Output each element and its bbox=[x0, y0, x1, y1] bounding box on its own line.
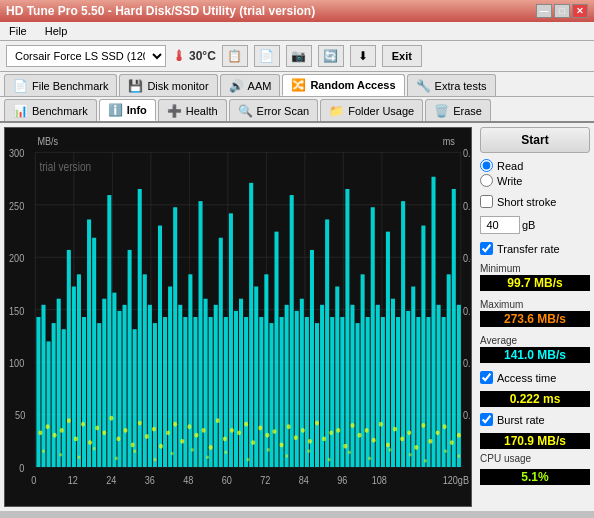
tab-disk-monitor[interactable]: 💾 Disk monitor bbox=[119, 74, 217, 96]
svg-point-193 bbox=[93, 447, 96, 451]
svg-rect-121 bbox=[416, 317, 420, 467]
svg-point-195 bbox=[133, 449, 136, 453]
tab-file-benchmark[interactable]: 📄 File Benchmark bbox=[4, 74, 117, 96]
read-radio[interactable] bbox=[480, 159, 493, 172]
svg-point-181 bbox=[400, 436, 404, 441]
svg-point-147 bbox=[159, 444, 163, 449]
svg-point-178 bbox=[379, 422, 383, 427]
svg-point-137 bbox=[88, 440, 92, 445]
close-button[interactable]: ✕ bbox=[572, 4, 588, 18]
svg-point-182 bbox=[407, 430, 411, 435]
svg-rect-78 bbox=[198, 201, 202, 467]
health-icon: ➕ bbox=[167, 104, 182, 118]
error-scan-icon: 🔍 bbox=[238, 104, 253, 118]
short-stroke-checkbox[interactable] bbox=[480, 195, 493, 208]
tab-error-scan[interactable]: 🔍 Error Scan bbox=[229, 99, 319, 121]
svg-text:36: 36 bbox=[145, 474, 155, 486]
svg-text:0.10: 0.10 bbox=[463, 410, 471, 422]
svg-point-149 bbox=[173, 422, 177, 427]
start-button[interactable]: Start bbox=[480, 127, 590, 153]
svg-rect-77 bbox=[193, 317, 197, 467]
svg-text:trial version: trial version bbox=[39, 160, 91, 173]
svg-text:50: 50 bbox=[15, 410, 25, 422]
svg-rect-91 bbox=[264, 274, 268, 467]
svg-point-174 bbox=[350, 423, 354, 428]
svg-point-175 bbox=[358, 433, 362, 438]
toolbar-btn-4[interactable]: 🔄 bbox=[318, 45, 344, 67]
svg-point-156 bbox=[223, 436, 227, 441]
cpu-usage-value: 5.1% bbox=[480, 469, 590, 485]
toolbar-btn-5[interactable]: ⬇ bbox=[350, 45, 376, 67]
svg-point-207 bbox=[368, 457, 371, 461]
svg-rect-125 bbox=[437, 305, 441, 467]
temperature-value: 30°C bbox=[189, 49, 216, 63]
toolbar-btn-1[interactable]: 📋 bbox=[222, 45, 248, 67]
svg-point-165 bbox=[287, 424, 291, 429]
transfer-rate-checkbox[interactable] bbox=[480, 242, 493, 255]
burst-rate-checkbox[interactable] bbox=[480, 413, 493, 426]
svg-rect-129 bbox=[457, 305, 461, 467]
tab-info[interactable]: ℹ️ Info bbox=[99, 99, 156, 121]
tab-extra-tests[interactable]: 🔧 Extra tests bbox=[407, 74, 496, 96]
svg-text:24: 24 bbox=[106, 474, 116, 486]
maximize-button[interactable]: □ bbox=[554, 4, 570, 18]
svg-point-139 bbox=[102, 430, 106, 435]
average-value: 141.0 MB/s bbox=[480, 347, 590, 363]
svg-point-158 bbox=[237, 430, 241, 435]
svg-rect-69 bbox=[153, 323, 157, 467]
write-radio[interactable] bbox=[480, 174, 493, 187]
svg-rect-106 bbox=[340, 317, 344, 467]
svg-point-183 bbox=[414, 445, 418, 450]
svg-point-160 bbox=[251, 440, 255, 445]
main-content: 300 250 200 150 100 50 0 0.60 0.50 0.40 … bbox=[0, 123, 594, 511]
tab-random-access[interactable]: 🔀 Random Access bbox=[282, 74, 404, 96]
thermometer-icon: 🌡 bbox=[172, 48, 186, 64]
minimize-button[interactable]: — bbox=[536, 4, 552, 18]
svg-point-199 bbox=[206, 455, 209, 459]
write-radio-label[interactable]: Write bbox=[480, 174, 590, 187]
svg-point-170 bbox=[322, 436, 326, 441]
svg-text:96: 96 bbox=[337, 474, 347, 486]
svg-point-190 bbox=[42, 449, 45, 453]
svg-text:84: 84 bbox=[299, 474, 309, 486]
info-icon: ℹ️ bbox=[108, 103, 123, 117]
toolbar: Corsair Force LS SSD (120 gB) 🌡 30°C 📋 📄… bbox=[0, 41, 594, 72]
aam-icon: 🔊 bbox=[229, 79, 244, 93]
tab-benchmark[interactable]: 📊 Benchmark bbox=[4, 99, 97, 121]
svg-point-171 bbox=[329, 430, 333, 435]
toolbar-btn-3[interactable]: 📷 bbox=[286, 45, 312, 67]
svg-text:120gB: 120gB bbox=[443, 474, 470, 486]
menu-file[interactable]: File bbox=[6, 24, 30, 38]
svg-rect-50 bbox=[57, 299, 61, 467]
svg-rect-85 bbox=[234, 311, 238, 467]
svg-rect-123 bbox=[426, 317, 430, 467]
access-time-checkbox[interactable] bbox=[480, 371, 493, 384]
drive-select[interactable]: Corsair Force LS SSD (120 gB) bbox=[6, 45, 166, 67]
tab-aam[interactable]: 🔊 AAM bbox=[220, 74, 281, 96]
tabs-row-2: 📊 Benchmark ℹ️ Info ➕ Health 🔍 Error Sca… bbox=[0, 97, 594, 123]
tab-health[interactable]: ➕ Health bbox=[158, 99, 227, 121]
svg-rect-59 bbox=[102, 299, 106, 467]
minimum-value: 99.7 MB/s bbox=[480, 275, 590, 291]
svg-rect-70 bbox=[158, 226, 162, 467]
svg-rect-48 bbox=[47, 341, 51, 467]
tab-erase[interactable]: 🗑️ Erase bbox=[425, 99, 491, 121]
title-bar: HD Tune Pro 5.50 - Hard Disk/SSD Utility… bbox=[0, 0, 594, 22]
read-radio-label[interactable]: Read bbox=[480, 159, 590, 172]
tabs-row-1: 📄 File Benchmark 💾 Disk monitor 🔊 AAM 🔀 … bbox=[0, 72, 594, 97]
svg-rect-82 bbox=[219, 238, 223, 467]
svg-point-148 bbox=[166, 430, 170, 435]
svg-point-163 bbox=[272, 429, 276, 434]
svg-point-162 bbox=[265, 433, 269, 438]
toolbar-btn-2[interactable]: 📄 bbox=[254, 45, 280, 67]
svg-rect-60 bbox=[107, 195, 111, 467]
tab-folder-usage[interactable]: 📁 Folder Usage bbox=[320, 99, 423, 121]
exit-button[interactable]: Exit bbox=[382, 45, 422, 67]
svg-point-155 bbox=[216, 418, 220, 423]
menu-help[interactable]: Help bbox=[42, 24, 71, 38]
svg-rect-64 bbox=[128, 250, 132, 467]
gb-input[interactable] bbox=[480, 216, 520, 234]
svg-point-204 bbox=[307, 449, 310, 453]
temperature-display: 🌡 30°C bbox=[172, 48, 216, 64]
burst-rate-row: Burst rate bbox=[480, 413, 590, 426]
